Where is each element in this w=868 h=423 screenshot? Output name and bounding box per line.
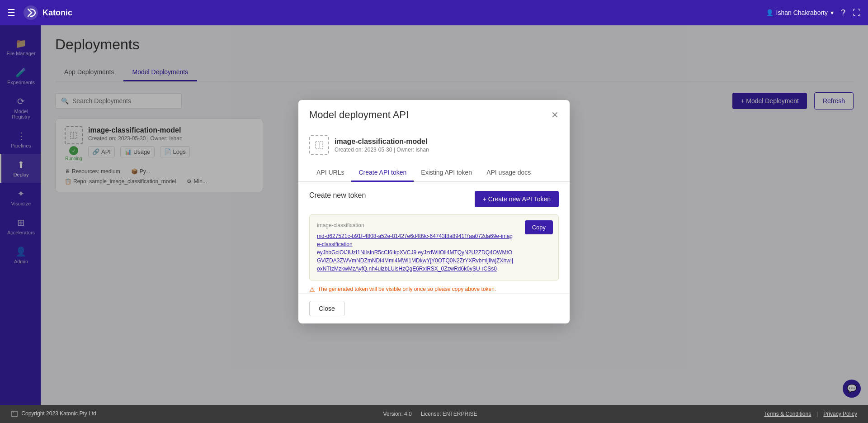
close-button[interactable]: Close	[309, 301, 344, 316]
version-text: Version: 4.0	[383, 411, 411, 417]
chevron-down-icon: ▾	[830, 9, 834, 16]
model-info: image-classification-model Created on: 2…	[298, 128, 570, 155]
expand-icon[interactable]: ⛶	[853, 8, 861, 18]
logo: Katonic	[23, 5, 72, 21]
token-value: md-d627521c-b91f-4808-a52e-81427e6d489c-…	[317, 232, 551, 273]
warning-text: The generated token will be visible only…	[318, 286, 496, 292]
menu-icon[interactable]: ☰	[7, 7, 15, 18]
tab-api-usage-docs[interactable]: API usage docs	[479, 164, 538, 182]
warning-icon: ⚠	[309, 286, 315, 293]
modal-title: Model deployment API	[309, 109, 409, 121]
footer-left: Copyright 2023 Katonic Pty Ltd	[11, 410, 96, 418]
help-icon[interactable]: ?	[841, 8, 845, 18]
license-text: License: ENTERPRISE	[421, 411, 477, 417]
user-avatar-icon: 👤	[766, 9, 774, 16]
modal-footer: Close	[298, 293, 570, 323]
user-menu[interactable]: 👤 Ishan Chakraborty ▾	[766, 9, 834, 16]
footer-links: Terms & Conditions | Privacy Policy	[764, 411, 857, 417]
modal: Model deployment API ✕ image-classificat…	[298, 100, 570, 323]
copyright-text: Copyright 2023 Katonic Pty Ltd	[11, 410, 96, 417]
tab-create-api-token[interactable]: Create API token	[351, 164, 414, 182]
model-details: image-classification-model Created on: 2…	[335, 138, 429, 153]
privacy-link[interactable]: Privacy Policy	[823, 411, 857, 417]
logo-text: Katonic	[42, 8, 72, 18]
model-meta: Created on: 2023-05-30 | Owner: Ishan	[335, 147, 429, 153]
svg-rect-5	[12, 411, 17, 417]
token-warning: ⚠ The generated token will be visible on…	[309, 286, 559, 293]
footer-divider: |	[816, 411, 818, 417]
tab-existing-api-token[interactable]: Existing API token	[414, 164, 479, 182]
tab-api-urls[interactable]: API URLs	[309, 164, 351, 182]
navbar-right: 👤 Ishan Chakraborty ▾ ? ⛶	[766, 8, 861, 18]
logo-icon	[23, 5, 39, 21]
token-section: Create new token + Create new API Token …	[298, 191, 570, 293]
footer-center: Version: 4.0 License: ENTERPRISE	[383, 411, 477, 417]
token-label: image-classification	[317, 222, 551, 228]
user-name: Ishan Chakraborty	[776, 9, 828, 16]
footer: Copyright 2023 Katonic Pty Ltd Version: …	[0, 405, 868, 423]
modal-close-button[interactable]: ✕	[551, 109, 559, 120]
create-api-token-button[interactable]: + Create new API Token	[475, 191, 559, 207]
modal-tabs: API URLs Create API token Existing API t…	[298, 164, 570, 182]
navbar: ☰ Katonic 👤 Ishan Chakraborty ▾ ? ⛶	[0, 0, 868, 25]
token-box: image-classification md-d627521c-b91f-48…	[309, 214, 559, 280]
modal-header: Model deployment API ✕	[298, 100, 570, 128]
terms-link[interactable]: Terms & Conditions	[764, 411, 811, 417]
token-section-title: Create new token	[309, 191, 366, 200]
model-name: image-classification-model	[335, 138, 429, 146]
copy-button[interactable]: Copy	[525, 220, 553, 234]
model-icon	[309, 135, 329, 155]
